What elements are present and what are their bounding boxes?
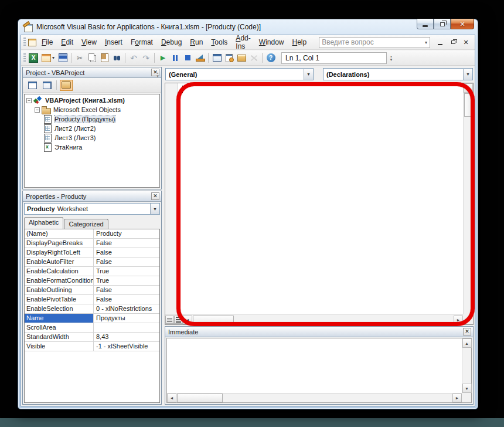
search-input[interactable] <box>322 38 424 46</box>
question-search-box[interactable]: ▾ <box>319 37 430 48</box>
tree-item[interactable]: Producty (Продукты) <box>25 114 159 124</box>
property-row[interactable]: DisplayRightToLeft False <box>25 248 159 257</box>
horizontal-scroll-thumb[interactable] <box>193 316 234 324</box>
property-value[interactable]: Producty <box>94 229 159 238</box>
property-row[interactable]: Name Продукты <box>25 314 159 323</box>
immediate-horizontal-scroll-thumb[interactable] <box>177 394 223 402</box>
object-dropdown-arrow-icon[interactable] <box>304 69 313 80</box>
view-excel-icon[interactable] <box>28 52 39 63</box>
property-row[interactable]: ScrollArea <box>25 323 159 333</box>
property-row[interactable]: (Name) Producty <box>25 229 159 239</box>
immediate-scroll-left-icon[interactable] <box>167 394 176 402</box>
object-dropdown[interactable]: (General) <box>165 68 314 80</box>
menu-item[interactable]: Run <box>186 36 207 49</box>
immediate-vertical-scrollbar[interactable] <box>462 338 471 393</box>
title-bar[interactable]: Microsoft Visual Basic for Applications … <box>18 19 478 35</box>
properties-tab[interactable]: Alphabetic <box>24 217 63 229</box>
view-code-icon[interactable] <box>26 80 39 91</box>
properties-panel-close-button[interactable] <box>151 192 159 200</box>
immediate-scroll-right-icon[interactable] <box>452 394 462 402</box>
property-row[interactable]: EnablePivotTable False <box>25 295 159 304</box>
property-row[interactable]: StandardWidth 8,43 <box>25 333 159 342</box>
procedure-view-icon[interactable] <box>165 316 174 324</box>
property-value[interactable]: False <box>94 257 159 266</box>
property-value[interactable]: False <box>94 286 159 294</box>
property-value[interactable]: True <box>94 276 159 285</box>
code-horizontal-scrollbar[interactable] <box>165 314 463 324</box>
menu-item[interactable]: Edit <box>57 36 77 49</box>
mdi-minimize-button[interactable] <box>436 38 444 46</box>
property-row[interactable]: DisplayPageBreaks False <box>25 239 159 248</box>
immediate-panel-close-button[interactable] <box>463 328 471 336</box>
menu-item[interactable]: View <box>77 36 101 49</box>
menu-item[interactable]: Help <box>288 36 311 49</box>
property-value[interactable]: False <box>94 239 159 248</box>
property-row[interactable]: EnableOutlining False <box>25 286 159 295</box>
menu-item[interactable]: Debug <box>157 36 186 49</box>
procedure-dropdown[interactable]: (Declarations) <box>323 68 473 80</box>
design-mode-icon[interactable] <box>194 52 206 63</box>
immediate-input-area[interactable] <box>166 338 472 403</box>
minimize-button[interactable] <box>417 19 434 29</box>
scroll-right-icon[interactable] <box>454 316 463 324</box>
child-window-icon[interactable] <box>28 38 36 46</box>
expand-toggle-icon[interactable]: − <box>26 98 32 103</box>
property-value[interactable]: 0 - xlNoRestrictions <box>94 304 159 313</box>
procedure-dropdown-arrow-icon[interactable] <box>463 69 472 80</box>
mdi-restore-button[interactable] <box>449 38 457 46</box>
code-vertical-scrollbar[interactable] <box>463 83 473 314</box>
property-value[interactable]: False <box>94 248 159 257</box>
tree-item[interactable]: ЭтаКнига <box>25 143 159 152</box>
property-row[interactable]: EnableCalculation True <box>25 267 159 276</box>
paste-icon[interactable] <box>98 52 110 63</box>
toggle-folders-icon[interactable] <box>60 80 73 91</box>
immediate-scroll-down-icon[interactable] <box>462 384 472 393</box>
property-row[interactable]: EnableAutoFilter False <box>25 257 159 267</box>
code-margin-indicator-bar[interactable] <box>165 83 178 314</box>
property-value[interactable]: 8,43 <box>94 333 159 341</box>
properties-panel-header[interactable]: Properties - Producty <box>23 191 161 202</box>
mdi-close-button[interactable]: ✕ <box>462 38 470 46</box>
view-object-icon[interactable] <box>40 80 53 91</box>
code-editor[interactable] <box>165 83 474 325</box>
scroll-left-icon[interactable] <box>183 316 192 324</box>
toolbox-icon[interactable] <box>248 52 260 63</box>
full-module-view-icon[interactable] <box>174 316 183 324</box>
menu-item[interactable]: Window <box>255 36 288 49</box>
tree-item[interactable]: − Microsoft Excel Objects <box>25 105 159 114</box>
properties-tab[interactable]: Categorized <box>64 219 108 229</box>
property-value[interactable]: -1 - xlSheetVisible <box>94 342 159 351</box>
undo-icon[interactable] <box>128 52 139 63</box>
close-button[interactable]: ✕ <box>451 19 474 29</box>
copy-icon[interactable] <box>86 52 98 63</box>
immediate-horizontal-scrollbar[interactable] <box>167 393 462 402</box>
properties-window-icon[interactable] <box>223 52 235 63</box>
break-icon[interactable] <box>169 52 181 63</box>
redo-icon[interactable] <box>140 52 152 63</box>
run-icon[interactable] <box>157 52 169 63</box>
insert-userform-icon[interactable] <box>40 52 56 63</box>
property-value[interactable]: Продукты <box>94 314 159 323</box>
menu-item[interactable]: File <box>38 36 57 49</box>
tree-item[interactable]: − VBAProject (Книга1.xlsm) <box>25 96 159 105</box>
project-toolbar-overflow-icon[interactable] <box>155 69 161 80</box>
cut-icon[interactable] <box>74 52 86 63</box>
restore-button[interactable] <box>434 19 451 29</box>
property-value[interactable]: False <box>94 295 159 304</box>
expand-toggle-icon[interactable]: − <box>35 107 40 113</box>
menubar-grip[interactable] <box>23 38 26 47</box>
vertical-scroll-thumb[interactable] <box>464 93 473 117</box>
project-panel-header[interactable]: Project - VBAProject <box>23 67 161 78</box>
tree-item[interactable]: Лист2 (Лист2) <box>25 124 159 133</box>
menu-item[interactable]: Tools <box>207 36 231 49</box>
property-row[interactable]: Visible -1 - xlSheetVisible <box>25 342 159 351</box>
toolbar-overflow-icon[interactable] <box>388 52 394 64</box>
menu-item[interactable]: Insert <box>101 36 127 49</box>
immediate-scroll-up-icon[interactable] <box>462 338 472 348</box>
scroll-up-icon[interactable] <box>464 83 473 93</box>
property-row[interactable]: EnableSelection 0 - xlNoRestrictions <box>25 304 159 314</box>
save-icon[interactable] <box>57 52 69 63</box>
help-icon[interactable] <box>265 52 277 63</box>
menu-item[interactable]: Format <box>127 36 157 49</box>
property-value[interactable] <box>94 323 159 332</box>
